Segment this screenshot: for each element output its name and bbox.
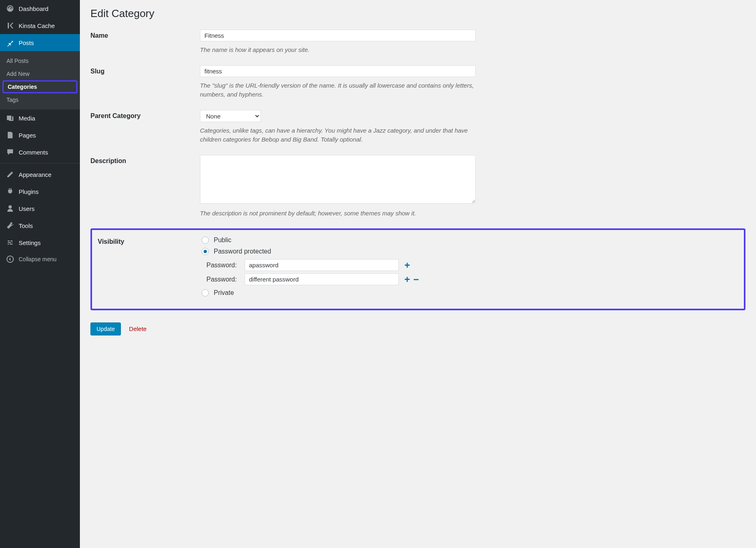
add-password-icon[interactable]: + <box>404 275 410 284</box>
description-help: The description is not prominent by defa… <box>200 209 476 218</box>
password-row-1: Password: + <box>206 259 740 271</box>
sidebar-item-pages[interactable]: Pages <box>0 127 80 144</box>
private-label: Private <box>214 289 234 297</box>
collapse-label: Collapse menu <box>19 256 56 262</box>
sidebar-item-plugins[interactable]: Plugins <box>0 183 80 200</box>
sidebar-item-settings[interactable]: Settings <box>0 234 80 251</box>
visibility-section: Visibility Public Password protected Pas… <box>90 228 745 310</box>
visibility-label: Visibility <box>96 236 202 301</box>
sidebar-item-dashboard[interactable]: Dashboard <box>0 0 80 17</box>
update-button[interactable]: Update <box>90 322 121 335</box>
parent-select[interactable]: None <box>200 110 261 122</box>
sidebar-label: Users <box>19 205 34 212</box>
radio-public[interactable] <box>202 236 209 244</box>
plugins-icon <box>6 187 15 196</box>
name-help: The name is how it appears on your site. <box>200 45 476 55</box>
appearance-icon <box>6 170 15 179</box>
posts-submenu: All Posts Add New Categories Tags <box>0 51 80 110</box>
visibility-public[interactable]: Public <box>202 236 740 244</box>
separator <box>0 163 80 163</box>
form-actions: Update Delete <box>90 322 745 335</box>
protected-label: Password protected <box>214 248 271 255</box>
password-input-2[interactable] <box>245 273 399 285</box>
sidebar-item-posts[interactable]: Posts <box>0 34 80 51</box>
sub-categories[interactable]: Categories <box>2 80 77 93</box>
media-icon <box>6 114 15 122</box>
settings-icon <box>6 238 15 247</box>
name-input[interactable] <box>200 30 476 41</box>
sidebar-label: Settings <box>19 239 41 246</box>
sidebar-label: Dashboard <box>19 5 48 12</box>
sub-add-new[interactable]: Add New <box>0 67 80 80</box>
description-label: Description <box>90 155 200 218</box>
sidebar-item-kinsta[interactable]: Kinsta Cache <box>0 17 80 34</box>
public-label: Public <box>214 236 232 244</box>
sidebar-label: Pages <box>19 132 36 139</box>
tools-icon <box>6 221 15 230</box>
collapse-icon <box>6 255 15 263</box>
slug-input[interactable] <box>200 65 476 77</box>
kinsta-icon <box>6 21 15 30</box>
collapse-menu[interactable]: Collapse menu <box>0 251 80 267</box>
sidebar-label: Comments <box>19 149 48 156</box>
add-password-icon[interactable]: + <box>404 260 410 270</box>
parent-label: Parent Category <box>90 110 200 144</box>
pw-label-2: Password: <box>206 276 241 283</box>
field-slug: Slug The "slug" is the URL-friendly vers… <box>90 65 745 99</box>
users-icon <box>6 204 15 213</box>
page-title: Edit Category <box>90 7 745 20</box>
pw-label-1: Password: <box>206 262 241 269</box>
sidebar-label: Tools <box>19 222 33 229</box>
visibility-private[interactable]: Private <box>202 289 740 297</box>
radio-private[interactable] <box>202 289 209 297</box>
description-textarea[interactable] <box>200 155 476 204</box>
sidebar-label: Appearance <box>19 171 52 178</box>
password-input-1[interactable] <box>245 259 399 271</box>
sub-all-posts[interactable]: All Posts <box>0 54 80 67</box>
sidebar-label: Posts <box>19 39 34 46</box>
radio-protected[interactable] <box>202 248 209 255</box>
pages-icon <box>6 131 15 140</box>
sidebar-label: Plugins <box>19 188 39 195</box>
field-name: Name The name is how it appears on your … <box>90 30 745 55</box>
delete-link[interactable]: Delete <box>129 325 146 332</box>
dashboard-icon <box>6 4 15 13</box>
field-description: Description The description is not promi… <box>90 155 745 218</box>
sidebar-label: Media <box>19 115 35 122</box>
visibility-protected[interactable]: Password protected <box>202 248 740 255</box>
sidebar-item-comments[interactable]: Comments <box>0 144 80 161</box>
sub-tags[interactable]: Tags <box>0 93 80 106</box>
sidebar-label: Kinsta Cache <box>19 22 55 29</box>
slug-help: The "slug" is the URL-friendly version o… <box>200 81 476 99</box>
comments-icon <box>6 148 15 157</box>
sidebar-item-users[interactable]: Users <box>0 200 80 217</box>
remove-password-icon[interactable]: − <box>413 275 419 284</box>
sidebar-item-media[interactable]: Media <box>0 110 80 127</box>
pushpin-icon <box>6 38 15 47</box>
name-label: Name <box>90 30 200 55</box>
field-parent: Parent Category None Categories, unlike … <box>90 110 745 144</box>
sidebar-item-tools[interactable]: Tools <box>0 217 80 234</box>
admin-sidebar: Dashboard Kinsta Cache Posts All Posts A… <box>0 0 80 548</box>
password-row-2: Password: + − <box>206 273 740 285</box>
sidebar-item-appearance[interactable]: Appearance <box>0 166 80 183</box>
slug-label: Slug <box>90 65 200 99</box>
main-content: Edit Category Name The name is how it ap… <box>80 0 756 548</box>
parent-help: Categories, unlike tags, can have a hier… <box>200 126 476 144</box>
